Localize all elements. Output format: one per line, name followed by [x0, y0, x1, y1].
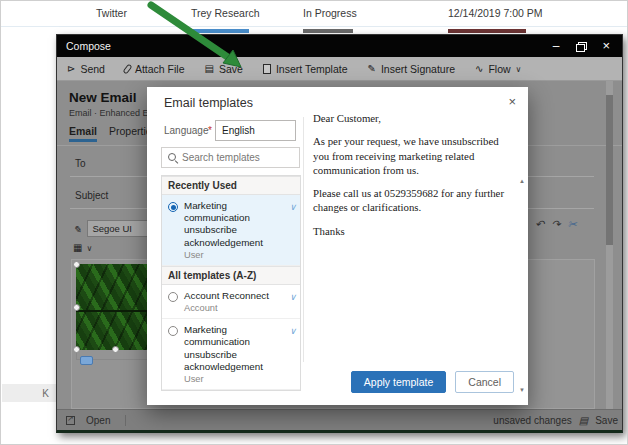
- apply-template-button[interactable]: Apply template: [351, 371, 446, 393]
- preview-paragraph: As per your request, we have unsubscribe…: [313, 134, 513, 177]
- save-button[interactable]: Save: [205, 63, 243, 75]
- list-scroll-down-icon[interactable]: ▼: [519, 387, 525, 393]
- status-save-button[interactable]: Save: [595, 415, 618, 426]
- chevron-down-icon[interactable]: [289, 202, 296, 212]
- grid-cell-regarding-link[interactable]: Trey Research: [191, 7, 259, 19]
- paperclip-icon: [122, 63, 132, 74]
- status-open-link[interactable]: Open: [86, 415, 110, 426]
- clipped-row-fragment: [303, 29, 353, 33]
- flow-icon: [475, 63, 483, 74]
- chevron-down-icon: [516, 63, 522, 74]
- required-asterisk: *: [208, 125, 212, 136]
- template-search-box[interactable]: [161, 147, 300, 168]
- radio-unselected-icon[interactable]: [168, 326, 178, 336]
- template-page-icon: [263, 64, 271, 74]
- template-preview: Dear Customer, As per your request, we h…: [313, 111, 513, 247]
- language-field[interactable]: [215, 120, 296, 141]
- background-cell-label: K: [42, 388, 49, 399]
- editor-toolbar-row2: [73, 242, 92, 253]
- radio-unselected-icon[interactable]: [168, 292, 178, 302]
- subject-label: Subject: [75, 190, 108, 201]
- image-options-icon[interactable]: [80, 356, 93, 365]
- chevron-down-icon[interactable]: [289, 326, 296, 336]
- radio-selected-icon[interactable]: [168, 202, 178, 212]
- close-window-button[interactable]: ×: [602, 40, 610, 52]
- resize-handle[interactable]: [73, 304, 80, 311]
- compose-titlebar: Compose – ×: [57, 35, 622, 57]
- popout-icon[interactable]: [66, 416, 75, 425]
- scrollbar-thumb[interactable]: [606, 95, 613, 245]
- active-tab-indicator: [69, 139, 97, 142]
- record-grid-row[interactable]: Twitter Trey Research In Progress 12/14/…: [1, 1, 628, 27]
- email-templates-dialog: Email templates × Language * Recently Us…: [147, 87, 528, 405]
- table-icon[interactable]: [73, 242, 82, 253]
- resize-handle[interactable]: [73, 346, 80, 353]
- save-status-icon: [579, 415, 588, 426]
- search-icon: [168, 153, 178, 163]
- tab-email[interactable]: Email: [69, 125, 97, 137]
- grid-cell-status: In Progress: [303, 7, 357, 19]
- editor-history-icons: [535, 218, 577, 231]
- resize-handle[interactable]: [73, 261, 80, 268]
- cancel-button[interactable]: Cancel: [455, 371, 514, 393]
- preview-paragraph: Please call us at 0529359682 for any fur…: [313, 186, 513, 215]
- inserted-leaf-image[interactable]: [76, 264, 154, 350]
- template-item[interactable]: Marketing communication unsubscribe ackn…: [162, 319, 300, 390]
- window-title: Compose: [57, 40, 111, 52]
- compose-status-bar: Open unsaved changes Save: [57, 409, 622, 430]
- grid-cell-date: 12/14/2019 7:00 PM: [448, 7, 543, 19]
- flow-button[interactable]: Flow: [475, 63, 521, 75]
- template-item[interactable]: Account Reconnect Account: [162, 285, 300, 319]
- section-header-all-templates: All templates (A-Z): [162, 266, 300, 285]
- preview-paragraph: Thanks: [313, 224, 513, 238]
- screenshot-root: Twitter Trey Research In Progress 12/14/…: [0, 0, 628, 445]
- compose-command-bar: Send Attach File Save Insert Template In…: [57, 57, 622, 81]
- minimize-button[interactable]: –: [553, 41, 560, 51]
- save-icon: [205, 63, 214, 74]
- status-divider: [125, 415, 126, 426]
- undo-icon[interactable]: [535, 218, 544, 231]
- background-page-cell: K: [2, 384, 56, 402]
- restore-button[interactable]: [576, 42, 585, 50]
- section-header-recently-used: Recently Used: [162, 176, 300, 195]
- chevron-down-icon: [86, 242, 92, 253]
- dialog-divider: [303, 117, 304, 362]
- list-scroll-up-icon[interactable]: ▲: [519, 178, 525, 184]
- insert-template-button[interactable]: Insert Template: [263, 63, 348, 75]
- page-title: New Email: [69, 90, 137, 105]
- unsaved-changes-label: unsaved changes: [493, 415, 571, 426]
- format-painter-icon[interactable]: [73, 219, 81, 237]
- grid-cell-channel: Twitter: [96, 7, 127, 19]
- chevron-down-icon[interactable]: [289, 292, 296, 302]
- signature-icon: [368, 63, 376, 74]
- search-input[interactable]: [182, 152, 299, 163]
- template-list: Recently Used Marketing communication un…: [161, 175, 301, 391]
- clipped-row-fragment: [191, 29, 249, 33]
- resize-handle[interactable]: [112, 346, 119, 353]
- to-label: To: [75, 158, 86, 169]
- template-item[interactable]: Marketing communication unsubscribe ackn…: [162, 195, 300, 266]
- compose-scrollbar[interactable]: [606, 81, 613, 411]
- redo-icon[interactable]: [551, 218, 560, 231]
- send-button[interactable]: Send: [67, 63, 105, 75]
- send-icon: [67, 63, 75, 74]
- dialog-footer: Apply template Cancel: [351, 371, 514, 393]
- dialog-title: Email templates: [164, 96, 253, 110]
- window-controls: – ×: [553, 40, 622, 52]
- insert-signature-button[interactable]: Insert Signature: [368, 63, 456, 75]
- preview-paragraph: Dear Customer,: [313, 111, 513, 125]
- grid-row-separator: [1, 26, 628, 27]
- clipped-row-fragment: [448, 29, 526, 33]
- language-label: Language: [164, 125, 209, 136]
- clear-format-icon[interactable]: [567, 218, 576, 231]
- attach-file-button[interactable]: Attach File: [125, 63, 185, 75]
- dialog-close-button[interactable]: ×: [508, 94, 516, 109]
